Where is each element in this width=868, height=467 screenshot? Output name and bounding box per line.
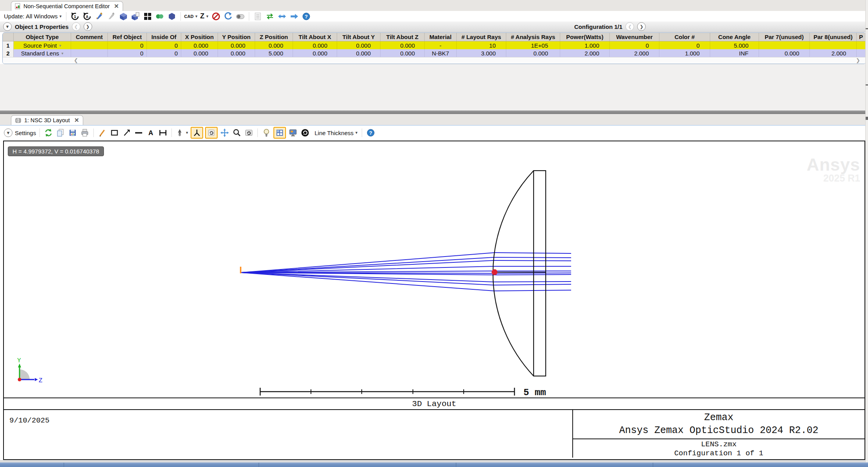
object-cube-icon[interactable] xyxy=(118,11,129,21)
annotate-rectangle-icon[interactable] xyxy=(109,128,120,138)
column-header[interactable]: Tilt About X xyxy=(293,33,337,41)
table-cell[interactable]: - xyxy=(425,41,457,49)
table-cell[interactable]: 10 xyxy=(457,41,506,49)
column-header[interactable]: Par 7(unused) xyxy=(759,33,810,41)
column-header[interactable]: X Position xyxy=(181,33,218,41)
reset-view-icon[interactable] xyxy=(244,128,254,138)
array-grid-icon[interactable] xyxy=(143,11,153,21)
line-thickness-button[interactable]: Line Thickness ▼ xyxy=(314,130,358,136)
refresh-one-icon[interactable]: 1 xyxy=(70,11,80,21)
table-cell[interactable] xyxy=(759,41,810,49)
edit-object-icon[interactable] xyxy=(94,11,104,21)
table-cell[interactable]: 0.000 xyxy=(181,49,218,57)
column-header[interactable]: Tilt About Y xyxy=(337,33,380,41)
table-cell[interactable]: 0 xyxy=(659,41,710,49)
list-panel-icon[interactable] xyxy=(253,11,263,21)
table-horizontal-scrollbar[interactable]: ❮ ❯ xyxy=(3,57,866,64)
undo-arrow-icon[interactable] xyxy=(223,11,233,21)
table-cell[interactable]: 0.000 xyxy=(218,49,255,57)
table-cell[interactable]: 1.000 xyxy=(659,49,710,57)
table-cell[interactable]: 0.000 xyxy=(380,49,425,57)
arrow-right-icon[interactable] xyxy=(289,11,299,21)
monitor-icon[interactable] xyxy=(288,128,298,138)
horizontal-arrows-icon[interactable] xyxy=(277,11,287,21)
table-cell[interactable]: 0.000 xyxy=(181,41,218,49)
table-cell[interactable]: 0.000 xyxy=(380,41,425,49)
refresh-all-icon[interactable]: A xyxy=(82,11,92,21)
column-header[interactable]: Y Position xyxy=(218,33,255,41)
table-cell[interactable]: 0 xyxy=(147,49,181,57)
settings-button[interactable]: ▼ Settings xyxy=(4,128,36,137)
source-dots-icon[interactable] xyxy=(155,11,165,21)
annotate-line-icon[interactable] xyxy=(134,128,144,138)
split-window-icon[interactable] xyxy=(273,127,286,139)
column-header[interactable]: Inside Of xyxy=(147,33,181,41)
lamp-icon[interactable] xyxy=(261,128,271,138)
prev-object-button[interactable]: ❮ xyxy=(72,22,80,31)
table-cell[interactable]: 0 xyxy=(108,49,147,57)
delete-object-icon[interactable] xyxy=(106,11,116,21)
column-header[interactable]: Wavenumber xyxy=(610,33,659,41)
next-object-button[interactable]: ❯ xyxy=(84,22,92,31)
column-header[interactable]: Material xyxy=(425,33,457,41)
refresh-layout-icon[interactable] xyxy=(43,128,54,138)
swap-arrows-icon[interactable] xyxy=(265,11,275,21)
print-icon[interactable] xyxy=(80,128,90,138)
copy-icon[interactable] xyxy=(55,128,66,138)
table-cell[interactable]: 0.000 xyxy=(759,49,810,57)
update-all-windows-button[interactable]: Update: All Windows ▼ xyxy=(4,13,63,20)
table-cell[interactable]: 0 xyxy=(108,41,147,49)
table-cell[interactable] xyxy=(71,49,108,57)
layout-canvas[interactable]: 5 mm Y Z xyxy=(4,141,864,397)
scroll-left-icon[interactable]: ❮ xyxy=(74,57,78,64)
annotate-text-icon[interactable]: A xyxy=(146,128,156,138)
right-scroll-strip[interactable] xyxy=(865,0,868,462)
table-cell[interactable] xyxy=(857,49,866,57)
table-cell[interactable]: 1.000 xyxy=(560,41,610,49)
rotate-axis-tool-icon[interactable] xyxy=(191,127,203,139)
properties-expand-button[interactable]: ▼ xyxy=(3,22,12,31)
cad-button[interactable]: CAD ▼ xyxy=(184,14,198,19)
annotate-pencil-icon[interactable] xyxy=(97,128,107,138)
table-cell[interactable]: 0.000 xyxy=(293,41,337,49)
object-type-dropdown-icon[interactable]: ▾ xyxy=(61,51,63,55)
table-cell[interactable]: 0 xyxy=(147,41,181,49)
zoom-tool-icon[interactable] xyxy=(232,128,242,138)
table-cell[interactable] xyxy=(857,41,866,49)
scroll-right-icon[interactable]: ❯ xyxy=(856,57,860,64)
toggle-icon[interactable] xyxy=(235,11,245,21)
table-cell[interactable]: 0.000 xyxy=(218,41,255,49)
table-cell[interactable]: INF xyxy=(710,49,759,57)
column-header[interactable]: Object Type xyxy=(14,33,71,41)
column-header[interactable]: Power(Watts) xyxy=(560,33,610,41)
close-icon[interactable]: ✕ xyxy=(74,117,79,124)
rotate-view-tool-icon[interactable] xyxy=(205,127,218,139)
pan-tool-icon[interactable] xyxy=(220,128,230,138)
column-header[interactable]: Par 8(unused) xyxy=(810,33,857,41)
annotate-arrow-icon[interactable] xyxy=(121,128,132,138)
splitter-handle[interactable] xyxy=(866,28,868,29)
next-configuration-button[interactable]: ❯ xyxy=(637,22,646,31)
tab-nsc-editor[interactable]: Non-Sequential Component Editor ✕ xyxy=(11,1,123,11)
column-header[interactable]: # Analysis Rays xyxy=(506,33,560,41)
annotate-dimension-icon[interactable] xyxy=(158,128,168,138)
prohibit-icon[interactable] xyxy=(211,11,221,21)
copy-object-cube-icon[interactable] xyxy=(130,11,141,21)
column-header[interactable]: Tilt About Z xyxy=(380,33,425,41)
z-settings-button[interactable]: Z ▼ xyxy=(200,12,209,20)
column-header[interactable]: P xyxy=(857,33,866,41)
column-header[interactable]: Ref Object xyxy=(108,33,147,41)
column-header[interactable]: Z Position xyxy=(255,33,293,41)
table-cell[interactable]: N-BK7 xyxy=(425,49,457,57)
table-cell[interactable]: 0.000 xyxy=(255,41,293,49)
tab-nsc-3d-layout[interactable]: 1: NSC 3D Layout ✕ xyxy=(11,115,83,125)
table-cell[interactable]: 0.000 xyxy=(337,49,380,57)
table-cell[interactable] xyxy=(810,41,857,49)
column-header[interactable]: # Layout Rays xyxy=(457,33,506,41)
column-header[interactable]: Cone Angle xyxy=(710,33,759,41)
table-cell[interactable]: 5.000 xyxy=(255,49,293,57)
table-cell[interactable]: 0.000 xyxy=(293,49,337,57)
save-icon[interactable] xyxy=(68,128,78,138)
prev-configuration-button[interactable]: ❮ xyxy=(625,22,634,31)
splitter-handle[interactable] xyxy=(866,117,868,120)
